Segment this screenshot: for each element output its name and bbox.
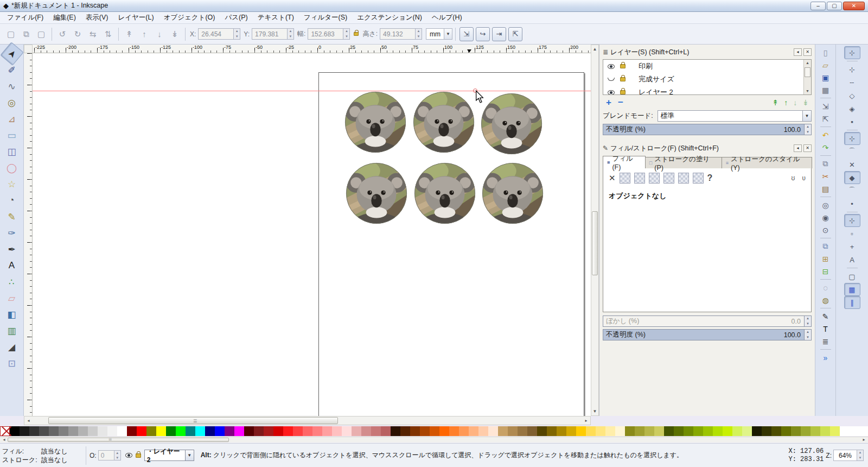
linear-gradient-button[interactable]	[634, 173, 645, 184]
tweak-tool[interactable]: ∿	[3, 78, 21, 94]
palette-swatch[interactable]	[410, 426, 420, 436]
scroll-left-icon[interactable]: ◂	[25, 417, 32, 424]
copy-button[interactable]: ⧉	[818, 157, 833, 170]
palette-swatch[interactable]	[498, 426, 508, 436]
palette-swatch[interactable]	[39, 426, 49, 436]
select-all-button[interactable]: ▢	[4, 27, 18, 41]
palette-swatch[interactable]	[215, 426, 225, 436]
zoom-input[interactable]: 64%	[833, 450, 857, 461]
horizontal-scroll-thumb[interactable]: ☰	[48, 417, 338, 424]
spiral-tool[interactable]: ◔	[3, 192, 21, 209]
palette-scroll-thumb[interactable]	[8, 438, 229, 442]
palette-swatch[interactable]	[59, 426, 68, 436]
palette-scroll-right-icon[interactable]: ▸	[860, 438, 867, 442]
layer-opacity-slider[interactable]: 不透明度 (%) 100.0	[603, 124, 805, 135]
find-button[interactable]: ◌	[818, 281, 833, 294]
palette-swatch[interactable]	[176, 426, 186, 436]
palette-swatch[interactable]	[117, 426, 127, 436]
layer-row[interactable]: 完成サイズ	[603, 73, 811, 86]
width-spinner[interactable]: ▲▼	[343, 28, 350, 40]
horizontal-guide-line[interactable]	[33, 91, 591, 91]
dropper-tool[interactable]: ◢	[3, 339, 21, 355]
snap-paths-button[interactable]: ⌒	[844, 145, 860, 158]
palette-swatch[interactable]	[771, 426, 781, 436]
zoom-page-button[interactable]: ⊙	[818, 224, 833, 236]
open-document-button[interactable]: ▱	[818, 59, 833, 71]
vertical-ruler[interactable]	[24, 53, 33, 416]
palette-swatch[interactable]	[381, 426, 391, 436]
unit-dropdown-arrow-icon[interactable]: ▼	[444, 29, 452, 39]
gradient-tool[interactable]: ▥	[3, 323, 21, 339]
koala-image[interactable]	[344, 91, 406, 153]
snap-text-baselines-button[interactable]: A	[844, 253, 860, 266]
canvas[interactable]	[33, 53, 591, 416]
menu-item[interactable]: エクステンション(N)	[352, 11, 427, 24]
height-spinner[interactable]: ▲▼	[416, 28, 422, 40]
koala-image[interactable]	[346, 162, 407, 224]
palette-swatch[interactable]	[264, 426, 273, 436]
snap-others-button[interactable]: ⊹	[844, 214, 860, 227]
palette-swatch[interactable]	[596, 426, 605, 436]
palette-swatch[interactable]	[605, 426, 615, 436]
text-dialog-button[interactable]: T	[818, 323, 833, 335]
fill-stroke-dialog-button[interactable]: ✎	[818, 310, 833, 323]
print-document-button[interactable]: ▦	[818, 84, 833, 96]
horizontal-scrollbar[interactable]: ◂ ☰ ▸	[24, 416, 591, 425]
x-spinner[interactable]: ▲▼	[234, 28, 240, 40]
save-document-button[interactable]: ▣	[818, 71, 833, 84]
rotate-cw-button[interactable]: ↻	[71, 27, 85, 41]
palette-swatch[interactable]	[527, 426, 537, 436]
rectangle-tool[interactable]: ▭	[3, 127, 21, 143]
scroll-down-icon[interactable]: ▼	[804, 88, 811, 94]
redo-button[interactable]: ↷	[818, 141, 833, 154]
layer-lock-icon[interactable]	[620, 90, 626, 94]
palette-swatch[interactable]	[29, 426, 39, 436]
snap-bbox-button[interactable]: ⊹	[844, 63, 860, 76]
zoom-tool[interactable]: ◎	[3, 94, 21, 111]
palette-swatch[interactable]	[576, 426, 586, 436]
palette-swatch[interactable]	[322, 426, 332, 436]
vertical-scrollbar[interactable]: ▲ ▼	[591, 45, 599, 416]
zoom-spinner[interactable]: ▲▼	[857, 450, 864, 461]
palette-swatch[interactable]	[674, 426, 684, 436]
palette-swatch[interactable]	[49, 426, 59, 436]
koala-image[interactable]	[481, 93, 542, 155]
blend-mode-select[interactable]: 標準 ▼	[658, 110, 812, 122]
y-input[interactable]: 179.381	[252, 28, 288, 40]
height-input[interactable]: 49.132	[380, 28, 416, 40]
layers-dialog-button[interactable]: ≣	[818, 335, 833, 348]
layer-visibility-icon[interactable]	[608, 90, 615, 95]
palette-swatch[interactable]	[810, 426, 820, 436]
palette-swatch[interactable]	[684, 426, 693, 436]
snap-nodes-button[interactable]: ⊹	[844, 132, 860, 145]
duplicate-button[interactable]: ⧉	[818, 240, 833, 253]
palette-swatch[interactable]	[342, 426, 352, 436]
palette-swatch[interactable]	[332, 426, 342, 436]
palette-swatch[interactable]	[557, 426, 566, 436]
palette-swatch-none[interactable]	[0, 426, 10, 436]
koala-image[interactable]	[413, 91, 475, 153]
menu-item[interactable]: 編集(E)	[48, 11, 81, 24]
fill-stroke-indicator[interactable]: フィル:該当なし ストローク:該当なし	[0, 447, 82, 464]
fill-rule-nonzero-button[interactable]: ʋ	[802, 174, 806, 182]
palette-swatch[interactable]	[420, 426, 430, 436]
x-input[interactable]: 26.454	[198, 28, 234, 40]
palette-swatch[interactable]	[166, 426, 176, 436]
affect-patterns-toggle[interactable]: ⇱	[508, 27, 522, 41]
box3d-tool[interactable]: ◫	[3, 143, 21, 160]
menu-item[interactable]: ヘルプ(H)	[427, 11, 467, 24]
palette-swatch[interactable]	[205, 426, 215, 436]
palette-swatch[interactable]	[518, 426, 527, 436]
unknown-paint-button[interactable]	[693, 173, 704, 184]
current-layer-lock-icon[interactable]	[136, 453, 141, 458]
snap-bbox-edge-midpoints-button[interactable]: ◈	[844, 102, 860, 115]
palette-swatch[interactable]	[186, 426, 195, 436]
palette-swatch[interactable]	[615, 426, 625, 436]
raise-to-top-button[interactable]: ↟	[122, 27, 136, 41]
width-input[interactable]: 152.683	[308, 28, 343, 40]
snap-guides-button[interactable]: ∥	[844, 296, 860, 309]
layer-visibility-icon[interactable]	[608, 64, 615, 69]
fill-stroke-tab[interactable]: ≡ ストロークのスタイル(Y)	[722, 157, 812, 168]
maximize-button[interactable]: ▢	[827, 2, 842, 10]
unlink-clone-button[interactable]: ⊟	[818, 265, 833, 277]
